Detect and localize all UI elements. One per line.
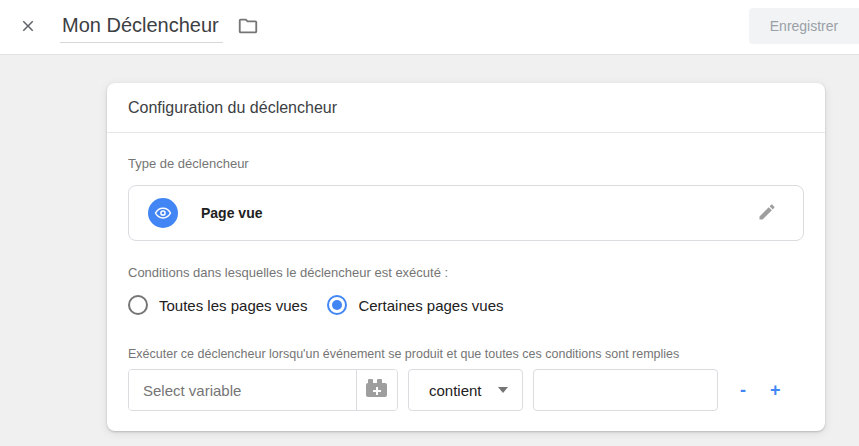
edit-trigger-type-button[interactable] bbox=[755, 201, 779, 225]
trigger-type-label: Type de déclencheur bbox=[128, 156, 804, 171]
radio-some-pageviews[interactable]: Certaines pages vues bbox=[327, 295, 503, 315]
trigger-type-row[interactable]: Page vue bbox=[128, 185, 804, 241]
radio-some-pageviews-label: Certaines pages vues bbox=[358, 297, 503, 314]
radio-all-pageviews[interactable]: Toutes les pages vues bbox=[128, 295, 307, 315]
add-condition-button[interactable]: + bbox=[764, 376, 787, 405]
chevron-down-icon bbox=[498, 387, 508, 393]
card-body: Type de déclencheur Page vue Conditions … bbox=[107, 156, 825, 411]
radio-all-pageviews-label: Toutes les pages vues bbox=[159, 297, 307, 314]
variable-select-input[interactable] bbox=[129, 370, 356, 410]
variable-select-group bbox=[128, 369, 398, 411]
pageview-icon bbox=[148, 198, 178, 228]
variable-brick-icon bbox=[365, 379, 389, 402]
condition-value-input[interactable] bbox=[533, 369, 718, 411]
filter-description-label: Exécuter ce déclencheur lorsqu'un événem… bbox=[128, 347, 804, 361]
operator-value: contient bbox=[429, 382, 498, 399]
condition-filter-row: contient - + bbox=[128, 369, 804, 411]
remove-condition-button[interactable]: - bbox=[734, 376, 752, 405]
variable-picker-button[interactable] bbox=[356, 370, 397, 410]
trigger-name-field[interactable]: Mon Déclencheur bbox=[60, 12, 223, 43]
conditions-label: Conditions dans lesquelles le déclencheu… bbox=[128, 265, 804, 280]
close-icon bbox=[19, 17, 37, 38]
folder-button[interactable] bbox=[233, 12, 263, 42]
operator-dropdown[interactable]: contient bbox=[408, 369, 523, 411]
pencil-icon bbox=[757, 202, 777, 225]
close-button[interactable] bbox=[12, 11, 44, 43]
card-title: Configuration du déclencheur bbox=[128, 99, 337, 117]
trigger-type-value: Page vue bbox=[201, 205, 262, 221]
trigger-configuration-card: Configuration du déclencheur Type de déc… bbox=[107, 83, 825, 431]
folder-icon bbox=[237, 15, 259, 40]
radio-selected-icon bbox=[327, 295, 347, 315]
radio-unselected-icon bbox=[128, 295, 148, 315]
top-bar: Mon Déclencheur Enregistrer bbox=[0, 0, 859, 55]
save-button[interactable]: Enregistrer bbox=[749, 8, 859, 44]
card-header: Configuration du déclencheur bbox=[107, 83, 825, 133]
conditions-radio-group: Toutes les pages vues Certaines pages vu… bbox=[128, 295, 804, 315]
